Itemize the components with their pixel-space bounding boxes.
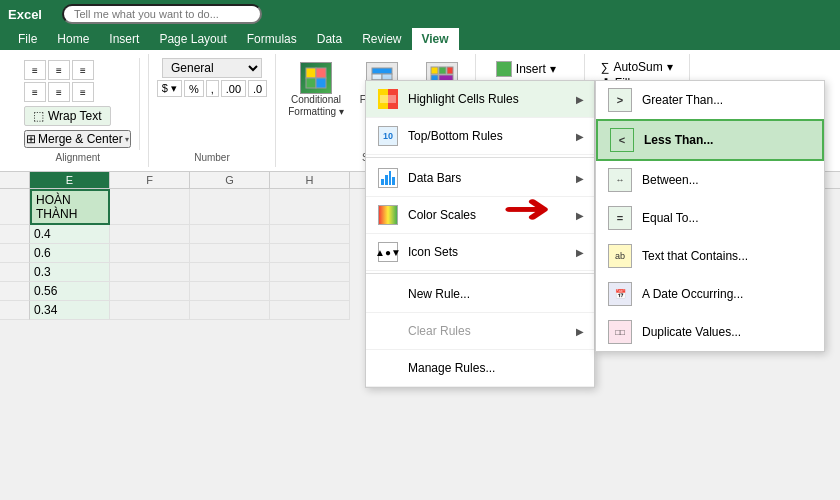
dropdown-item-top[interactable]: 10 Top/Bottom Rules ▶ [366,118,594,155]
cell-f2[interactable] [110,225,190,244]
highlight-label: Highlight Cells Rules [408,92,568,106]
wrap-text-label: Wrap Text [48,109,102,123]
sub-item-between[interactable]: ↔ Between... [596,161,824,199]
dropdown-item-colorscales[interactable]: Color Scales ▶ [366,197,594,234]
conditional-formatting-button[interactable]: ConditionalFormatting ▾ [284,58,348,122]
merge-center-button[interactable]: ⊞ Merge & Center ▾ [24,130,131,148]
dropdown-item-highlight[interactable]: Highlight Cells Rules ▶ [366,81,594,118]
col-header-f[interactable]: F [110,172,190,188]
dropdown-item-iconsets[interactable]: ▲●▼ Icon Sets ▶ [366,234,594,271]
red-arrow: ➜ [502,185,553,231]
dropdown-item-newrule[interactable]: New Rule... [366,276,594,313]
dropdown-item-databars[interactable]: Data Bars ▶ [366,160,594,197]
row-num-header [0,172,30,188]
cell-e4[interactable]: 0.3 [30,263,110,282]
sub-item-greater[interactable]: > Greater Than... [596,81,824,119]
dropdown-item-managerules[interactable]: Manage Rules... [366,350,594,387]
number-group: General $ ▾ % , .00 .0 Number [149,54,277,167]
databars-inner [378,168,398,188]
conditional-formatting-icon [300,62,332,94]
number-group-label: Number [194,150,230,163]
cell-h1[interactable] [270,189,350,225]
align-top-left-btn[interactable]: ≡ [24,60,46,80]
databars-label: Data Bars [408,171,568,185]
cell-g6[interactable] [190,301,270,320]
tab-data[interactable]: Data [307,28,352,50]
cell-f3[interactable] [110,244,190,263]
svg-rect-2 [306,78,316,88]
align-left-btn[interactable]: ≡ [24,82,46,102]
tab-formulas[interactable]: Formulas [237,28,307,50]
autosum-label: AutoSum [613,60,662,74]
cell-f6[interactable] [110,301,190,320]
increase-decimal-btn[interactable]: .00 [221,80,246,97]
svg-rect-4 [372,68,392,74]
tab-page-layout[interactable]: Page Layout [149,28,236,50]
tab-view[interactable]: View [412,28,459,50]
cell-h2[interactable] [270,225,350,244]
sub-item-duplicate[interactable]: □□ Duplicate Values... [596,313,824,351]
top-bottom-icon: 10 [376,124,400,148]
cell-f5[interactable] [110,282,190,301]
decrease-decimal-btn[interactable]: .0 [248,80,267,97]
databars-arrow: ▶ [576,173,584,184]
clearrules-arrow: ▶ [576,326,584,337]
sub-item-equal[interactable]: = Equal To... [596,199,824,237]
row-number [0,301,30,320]
bar2 [385,175,388,185]
align-top-center-btn[interactable]: ≡ [48,60,70,80]
text-contains-icon: ab [608,244,632,268]
duplicate-values-icon: □□ [608,320,632,344]
wrap-text-icon: ⬚ [33,109,44,123]
cell-e1[interactable]: HOÀN THÀNH [30,189,110,225]
tab-review[interactable]: Review [352,28,411,50]
managerules-icon [376,356,400,380]
align-top-right-btn[interactable]: ≡ [72,60,94,80]
autosum-button[interactable]: ∑ AutoSum ▾ [601,60,673,74]
cell-h3[interactable] [270,244,350,263]
cell-e5[interactable]: 0.56 [30,282,110,301]
cell-f1[interactable] [110,189,190,225]
percent-button[interactable]: % [184,80,204,97]
cell-h6[interactable] [270,301,350,320]
managerules-label: Manage Rules... [408,361,584,375]
svg-rect-10 [439,67,446,74]
cell-g3[interactable] [190,244,270,263]
cell-g1[interactable] [190,189,270,225]
align-center-btn[interactable]: ≡ [48,82,70,102]
tab-home[interactable]: Home [47,28,99,50]
cell-h5[interactable] [270,282,350,301]
tab-insert[interactable]: Insert [99,28,149,50]
sub-item-text[interactable]: ab Text that Contains... [596,237,824,275]
number-format-select[interactable]: General [162,58,262,78]
cell-e3[interactable]: 0.6 [30,244,110,263]
currency-button[interactable]: $ ▾ [157,80,182,97]
tell-me-input[interactable] [62,4,262,24]
dropdown-item-clearrules[interactable]: Clear Rules ▶ [366,313,594,350]
highlight-icon [376,87,400,111]
svg-rect-11 [447,67,453,74]
sub-item-date[interactable]: 📅 A Date Occurring... [596,275,824,313]
newrule-label: New Rule... [408,287,584,301]
merge-label: Merge & Center [38,132,123,146]
greater-than-label: Greater Than... [642,93,723,107]
bar1 [381,179,384,185]
align-bottom-row: ≡ ≡ ≡ [24,82,131,102]
col-header-e[interactable]: E [30,172,110,188]
cell-h4[interactable] [270,263,350,282]
align-right-btn[interactable]: ≡ [72,82,94,102]
tab-file[interactable]: File [8,28,47,50]
cell-g4[interactable] [190,263,270,282]
ribbon-tabs: File Home Insert Page Layout Formulas Da… [0,28,840,50]
col-header-h[interactable]: H [270,172,350,188]
cell-g5[interactable] [190,282,270,301]
sub-item-less[interactable]: < Less Than... [596,119,824,161]
col-header-g[interactable]: G [190,172,270,188]
comma-button[interactable]: , [206,80,219,97]
cell-g2[interactable] [190,225,270,244]
cell-e6[interactable]: 0.34 [30,301,110,320]
insert-button[interactable]: Insert ▾ [492,60,568,78]
wrap-text-button[interactable]: ⬚ Wrap Text [24,106,111,126]
cell-f4[interactable] [110,263,190,282]
cell-e2[interactable]: 0.4 [30,225,110,244]
